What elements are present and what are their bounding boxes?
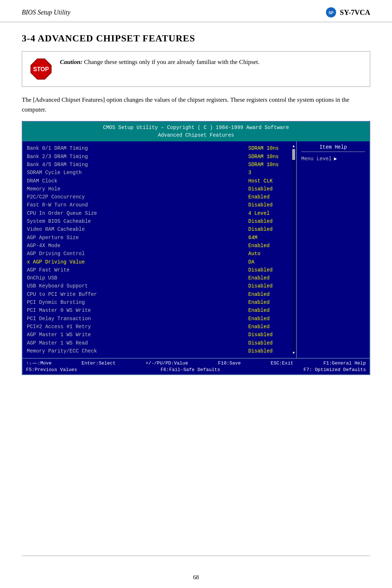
row-label: OnChip USB	[27, 274, 248, 282]
table-row[interactable]: DRAM Clock Host CLK	[27, 177, 292, 185]
row-value: Disabled	[248, 226, 292, 233]
table-row[interactable]: Bank 2/3 DRAM Timing SDRAM 10ns	[27, 153, 292, 161]
row-value: Disabled	[248, 201, 292, 209]
table-row[interactable]: USB Keyboard Support Disabled	[27, 282, 292, 290]
scroll-up-arrow[interactable]: ▲	[293, 144, 295, 148]
footer-row-1: ↑↓→←:Move Enter:Select +/-/PU/PD:Value F…	[26, 361, 366, 366]
row-label: PCI Dynmic Bursting	[27, 299, 248, 306]
table-row[interactable]: AGP Fast Write Disabled	[27, 266, 292, 274]
table-row[interactable]: AGP Driving Control Auto	[27, 250, 292, 258]
row-label: Bank 0/1 DRAM Timing	[27, 145, 248, 152]
row-value: Auto	[248, 250, 292, 257]
page-footer-area: 68	[0, 556, 392, 588]
row-label: AGP Fast Write	[27, 266, 248, 274]
table-row[interactable]: System BIOS Cacheable Disabled	[27, 217, 292, 225]
table-row[interactable]: Fast R-W Turn Around Disabled	[27, 201, 292, 209]
row-label: CPU to PCI Write Buffer	[27, 291, 248, 298]
footer-save: F10:Save	[218, 361, 241, 366]
row-label: PCI#2 Access #1 Retry	[27, 323, 248, 330]
bios-header-line2: Advanced Chipset Features	[24, 132, 368, 139]
caution-text: Caution: Change these settings only if y…	[60, 57, 260, 67]
table-row[interactable]: OnChip USB Enabled	[27, 274, 292, 282]
row-value: Enabled	[248, 274, 292, 282]
scroll-bar[interactable]: ▲ ▼	[292, 144, 295, 355]
row-value: Disabled	[248, 331, 292, 338]
row-label: CPU In Order Queue Size	[27, 210, 248, 217]
footer-move: ↑↓→←:Move	[26, 361, 52, 366]
row-value: Enabled	[248, 299, 292, 306]
table-row[interactable]: Video RAM Cacheable Disabled	[27, 225, 292, 233]
table-row[interactable]: CPU to PCI Write Buffer Enabled	[27, 290, 292, 298]
bios-help-panel: Item Help Menu Level ▶	[297, 141, 369, 358]
bios-header-line1: CMOS Setup Utility – Copyright ( C ) 198…	[24, 124, 368, 132]
table-row[interactable]: AGP-4X Mode Enabled	[27, 242, 292, 250]
footer-value: +/-/PU/PD:Value	[146, 361, 188, 366]
row-value: 3	[248, 169, 292, 176]
description: The [Advanced Chipset Features] option c…	[22, 95, 370, 114]
row-label: Memory Hole	[27, 185, 248, 193]
row-label: Bank 2/3 DRAM Timing	[27, 153, 248, 160]
row-label: PCI Delay Transaction	[27, 315, 248, 322]
menu-level: Menu Level ▶	[301, 156, 365, 162]
page-number: 68	[0, 563, 392, 588]
row-label-highlighted: x AGP Driving Value	[27, 258, 248, 266]
table-row[interactable]: CPU In Order Queue Size 4 Level	[27, 209, 292, 217]
row-label: AGP Aperture Size	[27, 234, 248, 241]
table-row[interactable]: P2C/C2P Concurrency Enabled	[27, 193, 292, 201]
row-label: Memory Parity/ECC Check	[27, 347, 248, 355]
row-value: DA	[248, 258, 292, 266]
row-label: PCI Master 0 WS Write	[27, 307, 248, 314]
row-label: AGP Master 1 WS Write	[27, 331, 248, 338]
row-label: P2C/C2P Concurrency	[27, 193, 248, 201]
row-label: AGP Driving Control	[27, 250, 248, 257]
row-value: SDRAM 10ns	[248, 145, 292, 152]
caution-label: Caution:	[60, 59, 82, 65]
footer-divider	[22, 556, 370, 556]
row-label: SDRAM Cycle Length	[27, 169, 248, 176]
table-row[interactable]: PCI Master 0 WS Write Enabled	[27, 306, 292, 314]
logo-text: SY-7VCA	[340, 8, 370, 17]
table-row[interactable]: Memory Parity/ECC Check Disabled	[27, 347, 292, 355]
row-value: Disabled	[248, 218, 292, 225]
footer-exit: ESC:Exit	[271, 361, 293, 366]
row-value: Enabled	[248, 242, 292, 249]
table-row[interactable]: SDRAM Cycle Length 3	[27, 169, 292, 177]
table-row-agp-driving-value[interactable]: x AGP Driving Value DA	[27, 258, 292, 266]
table-row[interactable]: AGP Aperture Size 64M	[27, 234, 292, 242]
row-value: 64M	[248, 234, 292, 241]
header-logo: SP SY-7VCA	[325, 7, 370, 18]
table-row[interactable]: Bank 0/1 DRAM Timing SDRAM 10ns	[27, 144, 292, 152]
scroll-down-arrow[interactable]: ▼	[293, 351, 295, 355]
table-row[interactable]: PCI Delay Transaction Enabled	[27, 315, 292, 323]
table-row[interactable]: AGP Master 1 WS Write Disabled	[27, 331, 292, 339]
menu-level-arrow-icon: ▶	[334, 156, 337, 162]
footer-optimized: F7: Optimized Defaults	[303, 367, 366, 372]
row-value: Disabled	[248, 185, 292, 193]
row-label: Fast R-W Turn Around	[27, 201, 248, 209]
row-value: Enabled	[248, 307, 292, 314]
table-row[interactable]: Bank 4/5 DRAM Timing SDRAM 10ns	[27, 161, 292, 169]
row-value: Enabled	[248, 315, 292, 322]
soyo-logo-icon: SP	[325, 7, 337, 18]
row-value: SDRAM 10ns	[248, 153, 292, 160]
scroll-thumb	[292, 149, 295, 160]
table-row[interactable]: Memory Hole Disabled	[27, 185, 292, 193]
table-row[interactable]: PCI Dynmic Bursting Enabled	[27, 298, 292, 306]
footer-select: Enter:Select	[82, 361, 116, 366]
footer-prev-values: F5:Previous Values	[26, 367, 77, 372]
row-value: Disabled	[248, 347, 292, 355]
row-label: AGP Master 1 WS Read	[27, 339, 248, 347]
row-label: USB Keyboard Support	[27, 282, 248, 290]
bios-header: CMOS Setup Utility – Copyright ( C ) 198…	[23, 122, 369, 141]
row-label: AGP-4X Mode	[27, 242, 248, 249]
table-row[interactable]: PCI#2 Access #1 Retry Enabled	[27, 323, 292, 331]
row-label: System BIOS Cacheable	[27, 218, 248, 225]
bios-footer: ↑↓→←:Move Enter:Select +/-/PU/PD:Value F…	[23, 358, 369, 374]
footer-help: F1:General Help	[323, 361, 366, 366]
table-row[interactable]: AGP Master 1 WS Read Disabled	[27, 339, 292, 347]
footer-row-2: F5:Previous Values F6:Fail-Safe Defaults…	[26, 367, 366, 372]
footer-fail-safe: F6:Fail-Safe Defaults	[160, 367, 220, 372]
svg-text:SP: SP	[329, 11, 334, 15]
page-header: BIOS Setup Utility SP SY-7VCA	[0, 0, 392, 22]
scroll-track	[292, 149, 295, 354]
